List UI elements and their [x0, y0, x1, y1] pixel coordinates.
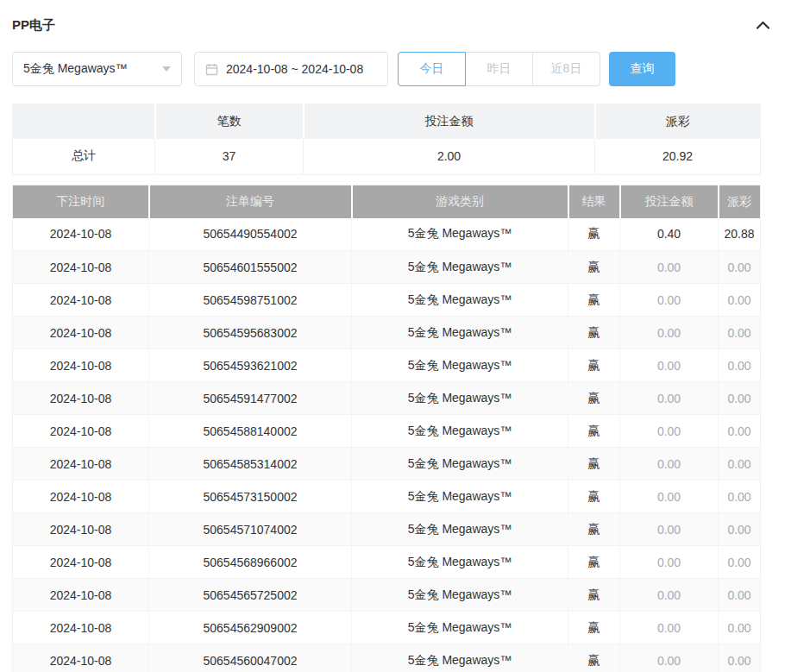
- quick-range-group: 今日 昨日 近8日: [398, 52, 600, 86]
- cell-payout: 0.00: [719, 513, 761, 546]
- date-range-input[interactable]: 2024-10-08 ~ 2024-10-08: [194, 52, 388, 86]
- cell-result: 赢: [568, 612, 620, 644]
- cell-result: 赢: [568, 218, 620, 251]
- cell-payout: 0.00: [719, 612, 761, 644]
- cell-game-type: 5金兔 Megaways™: [352, 349, 568, 382]
- cell-bet-time: 2024-10-08: [13, 349, 149, 382]
- bet-table-row: 2024-10-08506545881400025金兔 Megaways™赢0.…: [13, 415, 761, 448]
- cell-game-type: 5金兔 Megaways™: [352, 612, 568, 644]
- cell-result: 赢: [568, 644, 620, 672]
- summary-header-payout: 派彩: [595, 104, 761, 139]
- cell-order-id: 50654585314002: [149, 448, 352, 480]
- cell-game-type: 5金兔 Megaways™: [352, 448, 568, 480]
- cell-bet-amount: 0.40: [620, 218, 719, 251]
- cell-order-id: 50654562909002: [149, 612, 352, 644]
- bet-table-row: 2024-10-08506545689660025金兔 Megaways™赢0.…: [13, 546, 761, 579]
- cell-bet-amount: 0.00: [620, 579, 719, 612]
- header-bet-amount: 投注金额: [620, 185, 719, 218]
- cell-bet-time: 2024-10-08: [13, 382, 149, 415]
- bet-table-row: 2024-10-08506545600470025金兔 Megaways™赢0.…: [13, 644, 761, 672]
- bet-table-body: 2024-10-08506544905540025金兔 Megaways™赢0.…: [13, 218, 761, 672]
- cell-game-type: 5金兔 Megaways™: [352, 579, 568, 612]
- summary-header-count: 笔数: [155, 104, 304, 139]
- game-select[interactable]: 5金兔 Megaways™: [12, 52, 182, 86]
- cell-game-type: 5金兔 Megaways™: [352, 415, 568, 448]
- collapse-chevron-up-icon[interactable]: [756, 20, 770, 30]
- summary-table: 笔数 投注金额 派彩 总计 37 2.00 20.92: [12, 104, 761, 175]
- cell-game-type: 5金兔 Megaways™: [352, 382, 568, 415]
- range-button-last8days[interactable]: 近8日: [532, 52, 600, 86]
- cell-result: 赢: [568, 284, 620, 317]
- cell-result: 赢: [568, 480, 620, 513]
- cell-bet-amount: 0.00: [620, 513, 719, 546]
- summary-header-row: 笔数 投注金额 派彩: [13, 104, 761, 139]
- cell-bet-time: 2024-10-08: [13, 513, 149, 546]
- cell-bet-amount: 0.00: [620, 415, 719, 448]
- cell-order-id: 50654565725002: [149, 579, 352, 612]
- cell-bet-time: 2024-10-08: [13, 546, 149, 579]
- header-result: 结果: [568, 185, 620, 218]
- cell-order-id: 50654593621002: [149, 349, 352, 382]
- cell-result: 赢: [568, 448, 620, 480]
- cell-order-id: 50654591477002: [149, 382, 352, 415]
- cell-game-type: 5金兔 Megaways™: [352, 284, 568, 317]
- search-button[interactable]: 查询: [609, 52, 675, 86]
- cell-bet-time: 2024-10-08: [13, 612, 149, 644]
- cell-bet-time: 2024-10-08: [13, 644, 149, 672]
- cell-payout: 0.00: [719, 284, 761, 317]
- game-select-value: 5金兔 Megaways™: [23, 61, 128, 77]
- cell-bet-amount: 0.00: [620, 612, 719, 644]
- bet-table-row: 2024-10-08506545956830025金兔 Megaways™赢0.…: [13, 317, 761, 349]
- summary-total-bet: 2.00: [304, 139, 595, 175]
- bet-table-row: 2024-10-08506545629090025金兔 Megaways™赢0.…: [13, 612, 761, 644]
- calendar-icon: [205, 63, 218, 76]
- bet-table-row: 2024-10-08506546015550025金兔 Megaways™赢0.…: [13, 251, 761, 284]
- cell-result: 赢: [568, 349, 620, 382]
- bet-table-row: 2024-10-08506544905540025金兔 Megaways™赢0.…: [13, 218, 761, 251]
- cell-payout: 0.00: [719, 448, 761, 480]
- bet-table-row: 2024-10-08506545936210025金兔 Megaways™赢0.…: [13, 349, 761, 382]
- cell-order-id: 50654573150002: [149, 480, 352, 513]
- cell-payout: 0.00: [719, 317, 761, 349]
- cell-bet-amount: 0.00: [620, 644, 719, 672]
- cell-payout: 0.00: [719, 480, 761, 513]
- bet-table: 下注时间 注单编号 游戏类别 结果 投注金额 派彩 2024-10-085065…: [12, 185, 761, 672]
- range-button-today[interactable]: 今日: [398, 52, 466, 86]
- cell-order-id: 50654571074002: [149, 513, 352, 546]
- bet-table-row: 2024-10-08506545731500025金兔 Megaways™赢0.…: [13, 480, 761, 513]
- bet-table-row: 2024-10-08506545710740025金兔 Megaways™赢0.…: [13, 513, 761, 546]
- cell-payout: 0.00: [719, 382, 761, 415]
- cell-result: 赢: [568, 415, 620, 448]
- cell-bet-amount: 0.00: [620, 284, 719, 317]
- cell-result: 赢: [568, 579, 620, 612]
- range-button-yesterday[interactable]: 昨日: [465, 52, 533, 86]
- summary-header-blank: [13, 104, 155, 139]
- bet-table-row: 2024-10-08506545987510025金兔 Megaways™赢0.…: [13, 284, 761, 317]
- summary-total-count: 37: [155, 139, 304, 175]
- cell-bet-time: 2024-10-08: [13, 317, 149, 349]
- cell-order-id: 50654601555002: [149, 251, 352, 284]
- cell-bet-time: 2024-10-08: [13, 415, 149, 448]
- cell-bet-time: 2024-10-08: [13, 579, 149, 612]
- cell-game-type: 5金兔 Megaways™: [352, 513, 568, 546]
- cell-order-id: 50654560047002: [149, 644, 352, 672]
- bet-table-row: 2024-10-08506545914770025金兔 Megaways™赢0.…: [13, 382, 761, 415]
- cell-bet-amount: 0.00: [620, 317, 719, 349]
- bet-table-row: 2024-10-08506545657250025金兔 Megaways™赢0.…: [13, 579, 761, 612]
- header-game-type: 游戏类别: [352, 185, 568, 218]
- cell-bet-amount: 0.00: [620, 349, 719, 382]
- cell-payout: 0.00: [719, 579, 761, 612]
- cell-bet-time: 2024-10-08: [13, 284, 149, 317]
- summary-total-label: 总计: [13, 139, 155, 175]
- header-order-id: 注单编号: [149, 185, 352, 218]
- cell-payout: 0.00: [719, 546, 761, 579]
- cell-order-id: 50654595683002: [149, 317, 352, 349]
- cell-bet-time: 2024-10-08: [13, 218, 149, 251]
- cell-order-id: 50654588140002: [149, 415, 352, 448]
- header-bet-time: 下注时间: [13, 185, 149, 218]
- bet-table-row: 2024-10-08506545853140025金兔 Megaways™赢0.…: [13, 448, 761, 480]
- cell-order-id: 50654568966002: [149, 546, 352, 579]
- summary-header-bet-amount: 投注金额: [304, 104, 595, 139]
- chevron-down-icon: [162, 66, 171, 72]
- cell-game-type: 5金兔 Megaways™: [352, 480, 568, 513]
